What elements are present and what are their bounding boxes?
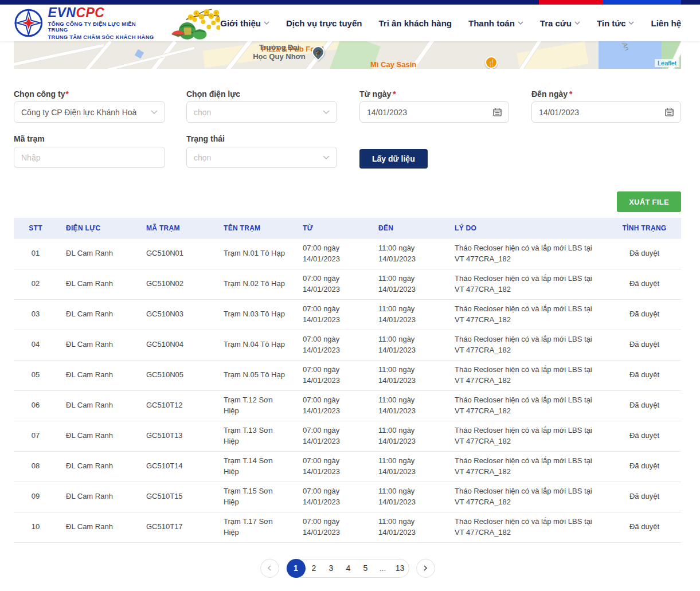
- cell-ly-do: Tháo Recloser hiện có và lắp mới LBS tại…: [453, 299, 608, 330]
- cell-ten-tram: Trạm T.17 Sơn Hiệp: [221, 512, 298, 542]
- table-row[interactable]: 02 ĐL Cam Ranh GC510N02 Trạm N.02 Tô Hạp…: [14, 269, 681, 299]
- cell-stt: 04: [14, 330, 57, 360]
- table-row[interactable]: 09 ĐL Cam Ranh GC510T15 Trạm T.15 Sơn Hi…: [14, 482, 681, 512]
- table-row[interactable]: 06 ĐL Cam Ranh GC510T12 Trạm T.12 Sơn Hi…: [14, 390, 681, 421]
- cell-tinh-trang: Đã duyệt: [608, 482, 681, 512]
- cell-tinh-trang: Đã duyệt: [608, 360, 681, 390]
- logo-subtitle-2: TRUNG TÂM CHĂM SÓC KHÁCH HÀNG: [48, 34, 157, 40]
- cell-ten-tram: Trạm N.05 Tô Hạp: [221, 360, 298, 390]
- cell-stt: 02: [14, 269, 57, 299]
- cell-ten-tram: Trạm N.02 Tô Hạp: [221, 269, 298, 299]
- page-button-4[interactable]: 4: [340, 559, 357, 578]
- page-button-3[interactable]: 3: [323, 559, 340, 578]
- map-poi-label-university[interactable]: Trường ĐạiHọc Quy Nhơn: [248, 43, 311, 61]
- table-row[interactable]: 01 ĐL Cam Ranh GC510N01 Trạm N.01 Tô Hạp…: [14, 238, 681, 269]
- company-select[interactable]: Công ty CP Điện lực Khánh Hoà: [14, 101, 165, 123]
- power-unit-select[interactable]: chọn: [186, 101, 337, 123]
- cell-den: 11:00 ngày 14/01/2023: [376, 451, 453, 482]
- map-canvas[interactable]: Pizza & Pub Food Mì Cay Sasin 🍴 Trường Đ…: [14, 41, 681, 69]
- table-row[interactable]: 04 ĐL Cam Ranh GC510N04 Trạm N.04 Tô Hạp…: [14, 330, 681, 360]
- cell-ly-do: Tháo Recloser hiện có và lắp mới LBS tại…: [453, 421, 608, 451]
- nav-item-tra-cuu[interactable]: Tra cứu: [540, 18, 580, 28]
- next-page-button[interactable]: [416, 559, 435, 578]
- tet-decoration-image: [163, 8, 220, 41]
- cell-ma-tram: GC510N04: [143, 330, 221, 360]
- accent-segment-dark-2: [681, 0, 700, 5]
- chevron-down-icon: [264, 21, 269, 25]
- cell-ma-tram: GC510N03: [143, 299, 221, 330]
- nav-item-label: Tra cứu: [540, 18, 572, 28]
- cell-ly-do: Tháo Recloser hiện có và lắp mới LBS tại…: [453, 390, 608, 421]
- from-date-label: Từ ngày*: [359, 89, 396, 99]
- table-row[interactable]: 05 ĐL Cam Ranh GC510N05 Trạm N.05 Tô Hạp…: [14, 360, 681, 390]
- required-asterisk: *: [65, 89, 68, 99]
- nav-item-label: Liên hệ: [651, 18, 681, 28]
- cell-stt: 05: [14, 360, 57, 390]
- evncpc-logo[interactable]: EVNCPC TỔNG CÔNG TY ĐIỆN LỰC MIỀN TRUNG …: [14, 5, 220, 41]
- cell-ten-tram: Trạm T.15 Sơn Hiệp: [221, 482, 298, 512]
- cell-ten-tram: Trạm T.13 Sơn Hiệp: [221, 421, 298, 451]
- cell-ly-do: Tháo Recloser hiện có và lắp mới LBS tại…: [453, 238, 608, 269]
- nav-item-gioi-thieu[interactable]: Giới thiệu: [220, 18, 269, 28]
- accent-segment-red: [539, 0, 603, 5]
- cell-ten-tram: Trạm N.04 Tô Hạp: [221, 330, 298, 360]
- cell-dien-luc: ĐL Cam Ranh: [57, 512, 143, 542]
- nav-item-tri-an-khach-hang[interactable]: Tri ân khách hàng: [378, 18, 452, 28]
- cell-tu: 07:00 ngày 14/01/2023: [298, 512, 376, 542]
- page-button-1[interactable]: 1: [287, 559, 306, 578]
- cell-ma-tram: GC510T14: [143, 451, 221, 482]
- nav-item-lien-he[interactable]: Liên hệ: [651, 18, 681, 28]
- chevron-down-icon: [151, 110, 158, 115]
- evn-star-icon: [14, 8, 44, 38]
- cell-tinh-trang: Đã duyệt: [608, 299, 681, 330]
- cell-den: 11:00 ngày 14/01/2023: [376, 269, 453, 299]
- cell-ten-tram: Trạm T.14 Sơn Hiệp: [221, 451, 298, 482]
- prev-page-button[interactable]: [260, 559, 279, 578]
- table-row[interactable]: 08 ĐL Cam Ranh GC510T14 Trạm T.14 Sơn Hi…: [14, 451, 681, 482]
- nav-item-label: Giới thiệu: [220, 18, 261, 28]
- column-header-5: ĐẾN: [376, 218, 453, 238]
- page-button-5[interactable]: 5: [357, 559, 374, 578]
- map-water-patch: [599, 41, 662, 69]
- cell-tu: 07:00 ngày 14/01/2023: [298, 390, 376, 421]
- leaflet-attribution[interactable]: Leaflet: [655, 59, 679, 67]
- table-row[interactable]: 10 ĐL Cam Ranh GC510T17 Trạm T.17 Sơn Hi…: [14, 512, 681, 542]
- cell-ma-tram: GC510T15: [143, 482, 221, 512]
- table-header-row: STTĐIỆN LỰCMÃ TRẠMTÊN TRẠMTỪĐẾNLÝ DOTÌNH…: [14, 218, 681, 238]
- cell-tinh-trang: Đã duyệt: [608, 238, 681, 269]
- chevron-down-icon: [574, 21, 580, 25]
- cell-ly-do: Tháo Recloser hiện có và lắp mới LBS tại…: [453, 512, 608, 542]
- brand-name: EVNCPC: [48, 6, 157, 20]
- column-header-7: TÌNH TRẠNG: [608, 218, 681, 238]
- from-date-input[interactable]: 14/01/2023: [359, 101, 509, 123]
- logo-subtitle-1: TỔNG CÔNG TY ĐIỆN LỰC MIỀN TRUNG: [48, 21, 157, 33]
- nav-item-dich-vu-truc-tuyen[interactable]: Dịch vụ trực tuyến: [286, 18, 362, 28]
- nav-item-tin-tuc[interactable]: Tin tức: [597, 18, 635, 28]
- nav-item-thanh-toan[interactable]: Thanh toán: [468, 18, 523, 28]
- status-select[interactable]: chọn: [186, 147, 337, 168]
- page-button-2[interactable]: 2: [306, 559, 323, 578]
- get-data-button[interactable]: Lấy dữ liệu: [359, 149, 428, 169]
- company-label: Chọn công ty*: [14, 89, 69, 99]
- map-poi-label-micay[interactable]: Mì Cay Sasin: [370, 60, 416, 69]
- cell-tinh-trang: Đã duyệt: [608, 269, 681, 299]
- table-row[interactable]: 03 ĐL Cam Ranh GC510N03 Trạm N.03 Tô Hạp…: [14, 299, 681, 330]
- page-list: 12345...13: [286, 559, 409, 578]
- main-nav: Giới thiệu Dịch vụ trực tuyến Tri ân khá…: [220, 18, 681, 28]
- top-accent-bar: [0, 0, 700, 5]
- table-row[interactable]: 07 ĐL Cam Ranh GC510T13 Trạm T.13 Sơn Hi…: [14, 421, 681, 451]
- chevron-down-icon: [628, 21, 634, 25]
- chevron-down-icon: [518, 21, 523, 25]
- cell-ten-tram: Trạm N.01 Tô Hạp: [221, 238, 298, 269]
- column-header-2: MÃ TRẠM: [143, 218, 221, 238]
- column-header-4: TỪ: [298, 218, 376, 238]
- cell-stt: 06: [14, 390, 57, 421]
- page-button-13[interactable]: 13: [392, 559, 409, 578]
- cell-tu: 07:00 ngày 14/01/2023: [298, 451, 376, 482]
- restaurant-poi-icon[interactable]: 🍴: [485, 56, 498, 69]
- cell-stt: 07: [14, 421, 57, 451]
- to-date-input[interactable]: 14/01/2023: [531, 101, 681, 123]
- export-file-button[interactable]: XUẤT FILE: [617, 191, 681, 212]
- station-code-input[interactable]: Nhập: [14, 147, 165, 168]
- cell-tu: 07:00 ngày 14/01/2023: [298, 421, 376, 451]
